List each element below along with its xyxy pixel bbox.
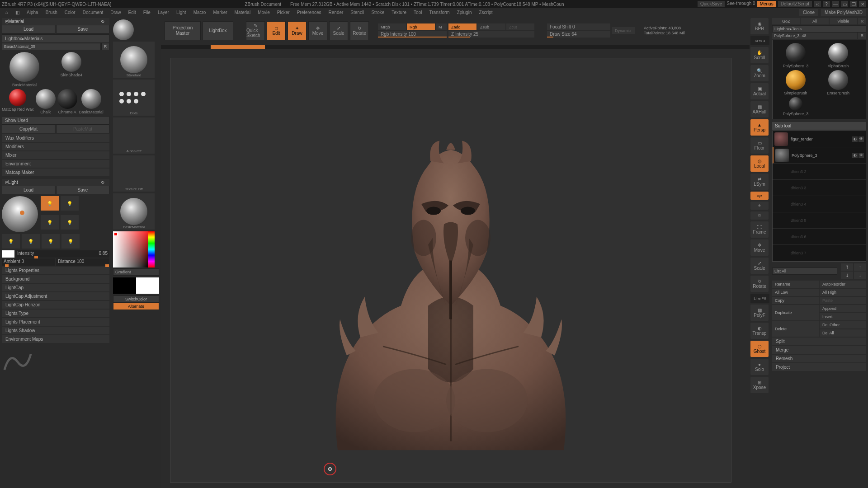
menu-edit[interactable]: Edit xyxy=(125,10,140,15)
dynamic-button[interactable]: Dynamic xyxy=(612,27,635,34)
subtool-row[interactable]: dhien3 3 xyxy=(773,180,866,196)
distance-slider[interactable]: Distance 100 xyxy=(56,258,109,266)
paint-icon[interactable]: ◐ xyxy=(852,136,858,142)
material-swatch[interactable]: SkinShade4 xyxy=(49,52,94,87)
alternate-button[interactable]: Alternate xyxy=(113,303,159,310)
ghost-button[interactable]: ◌Ghost xyxy=(750,341,769,357)
frame-button[interactable]: ⛶Frame xyxy=(750,221,769,238)
solo-button[interactable]: ●Solo xyxy=(750,359,769,375)
edit-mode-button[interactable]: □Edit xyxy=(267,21,286,40)
timeline-scrubber[interactable] xyxy=(211,45,265,49)
eye-icon[interactable]: 👁 xyxy=(859,153,864,158)
rotate-mode-button[interactable]: ↻Rotate xyxy=(350,21,369,40)
mrgb-button[interactable]: Mrgb xyxy=(378,23,406,30)
lightbox-tools[interactable]: Lightbox▸Tools xyxy=(772,25,866,33)
material-panel-header[interactable]: ⎘ Material ↻ xyxy=(2,18,109,25)
quicksave-button[interactable]: QuickSave xyxy=(698,1,725,7)
projection-master-button[interactable]: Projection Master xyxy=(165,21,201,40)
menu-zplugin[interactable]: Zplugin xyxy=(453,10,476,15)
sculpt-mesh[interactable] xyxy=(311,125,591,450)
active-brush-preview[interactable] xyxy=(113,19,134,40)
subtool-row[interactable]: dhien3 2 xyxy=(773,164,866,180)
menu-stroke[interactable]: Stroke xyxy=(368,10,388,15)
alpha-selector[interactable]: Alpha Off xyxy=(113,117,155,154)
material-r-button[interactable]: R xyxy=(101,43,109,50)
light-slot-2[interactable]: 💡 xyxy=(61,196,79,211)
light-handle[interactable] xyxy=(20,211,24,215)
rgb-intensity-slider[interactable]: Rgb Intensity 100 xyxy=(378,31,447,38)
rename-button[interactable]: Rename xyxy=(772,281,819,288)
goz-button[interactable]: GoZ xyxy=(772,18,800,24)
scale-mode-button[interactable]: ⤢Scale xyxy=(329,21,348,40)
section-environment-maps[interactable]: Environment Maps xyxy=(2,335,109,343)
move-up-icon[interactable]: ↑ xyxy=(854,263,866,271)
move-mode-button[interactable]: ✥Move xyxy=(308,21,327,40)
pin-icon[interactable]: ◧ xyxy=(12,10,23,15)
del-other-button[interactable]: Del Other xyxy=(820,321,866,328)
light-slot-4[interactable]: 💡 xyxy=(61,215,79,230)
gradient-toggle[interactable]: Gradient xyxy=(113,268,159,276)
nav-scale-button[interactable]: ⤢Scale xyxy=(750,258,769,274)
document-area[interactable] xyxy=(161,49,750,488)
m-button[interactable]: M xyxy=(436,23,447,30)
draw-size-slider[interactable]: Draw Size 64 xyxy=(547,31,610,38)
xpose-button[interactable]: ⊞Xpose xyxy=(750,377,769,393)
minimize-icon[interactable]: — xyxy=(832,1,839,7)
section-lights-type[interactable]: Lights Type xyxy=(2,310,109,317)
copymat-button[interactable]: CopyMat xyxy=(2,125,55,133)
menu-movie[interactable]: Movie xyxy=(254,10,274,15)
collapse-icon[interactable]: ‹‹ xyxy=(814,1,821,7)
quick-sketch-button[interactable]: ✎Quick Sketch xyxy=(246,21,265,40)
material-load-button[interactable]: Load xyxy=(2,25,55,33)
menu-zscript[interactable]: Zscript xyxy=(475,10,496,15)
snap-icon[interactable]: ⊡ xyxy=(750,211,769,220)
insert-button[interactable]: Insert xyxy=(820,313,866,320)
menu-tool[interactable]: Tool xyxy=(410,10,425,15)
tool-item[interactable]: PolySphere_3 xyxy=(775,97,816,116)
section-lights-shadow[interactable]: Lights Shadow xyxy=(2,327,109,334)
make-polymesh-button[interactable]: Make PolyMesh3D xyxy=(821,9,866,16)
default-zscript[interactable]: DefaultZScript xyxy=(778,1,812,7)
material-swatch[interactable]: MatCap Red Wax xyxy=(2,89,34,114)
menu-draw[interactable]: Draw xyxy=(107,10,124,15)
texture-selector[interactable]: Texture Off xyxy=(113,155,155,192)
menu-color[interactable]: Color xyxy=(61,10,79,15)
goz-visible-button[interactable]: Visible xyxy=(830,18,857,24)
menu-macro[interactable]: Macro xyxy=(190,10,210,15)
menu-light[interactable]: Light xyxy=(173,10,190,15)
light-slot-6[interactable]: 💡 xyxy=(22,234,40,249)
ambient-slider[interactable]: Ambient 3 xyxy=(2,258,55,266)
subtool-row[interactable]: dhien3 6 xyxy=(773,229,866,245)
section-lights-properties[interactable]: Lights Properties xyxy=(2,267,109,274)
local-button[interactable]: ◎Local xyxy=(750,155,769,172)
xyz-button[interactable]: Xyz xyxy=(750,192,769,200)
menu-brush[interactable]: Brush xyxy=(42,10,61,15)
tool-item[interactable]: PolySphere_3 xyxy=(775,43,816,68)
eye-icon[interactable]: 👁 xyxy=(859,136,864,142)
section-merge[interactable]: Merge xyxy=(772,346,866,354)
z-intensity-slider[interactable]: Z Intensity 25 xyxy=(448,31,534,38)
restore-icon[interactable]: ❐ xyxy=(850,1,857,7)
tool-item[interactable]: AlphaBrush xyxy=(818,43,859,68)
subtool-row[interactable]: PolySphere_3 ◐👁 xyxy=(773,147,866,164)
material-swatch[interactable]: BasicMaterial xyxy=(2,52,47,87)
menu-stencil[interactable]: Stencil xyxy=(347,10,368,15)
tool-r-button[interactable]: R xyxy=(858,33,866,39)
all-high-button[interactable]: All High xyxy=(820,289,866,296)
section-background[interactable]: Background xyxy=(2,275,109,283)
copy-button[interactable]: Copy xyxy=(772,297,819,304)
linefill-spinner[interactable]: Line Fill xyxy=(750,294,769,303)
light-direction-ball[interactable] xyxy=(2,196,38,232)
material-save-button[interactable]: Save xyxy=(56,25,109,33)
section-remesh[interactable]: Remesh xyxy=(772,355,866,362)
menu-marker[interactable]: Marker xyxy=(209,10,231,15)
move-bottom-icon[interactable]: ⤓ xyxy=(841,272,853,279)
zsub-button[interactable]: Zsub xyxy=(477,23,505,30)
lightbox-materials[interactable]: Lightbox▸Materials xyxy=(2,34,109,43)
all-low-button[interactable]: All Low xyxy=(772,289,819,296)
move-top-icon[interactable]: ⤒ xyxy=(841,263,853,271)
close-icon[interactable]: ✕ xyxy=(859,1,866,7)
persp-button[interactable]: ▲Persp xyxy=(750,119,769,136)
list-all-button[interactable]: List All xyxy=(772,267,837,275)
menu-preferences[interactable]: Preferences xyxy=(293,10,325,15)
